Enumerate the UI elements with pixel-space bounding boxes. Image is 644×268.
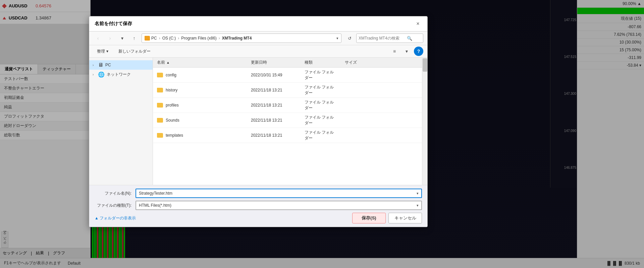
file-name-history: history	[153, 88, 247, 92]
hide-folders-button[interactable]: ▲ フォルダーの非表示	[95, 215, 136, 221]
folder-icon-sounds	[157, 118, 163, 123]
help-button[interactable]: ?	[414, 47, 423, 56]
nav-down-button[interactable]: ▾	[117, 34, 127, 42]
path-bar: PC › OS (C:) › Program Files (x86) › XMT…	[142, 34, 341, 43]
col-size-label: サイズ	[345, 60, 357, 65]
file-name-config: config	[153, 73, 247, 77]
manage-button[interactable]: 整理 ▾	[93, 47, 112, 56]
dialog-sidebar: › 🖥 PC › 🌐 ネットワーク	[89, 58, 153, 185]
dialog-overlay: 名前を付けて保存 × ‹ › ▾ ↑ PC › OS (C:) › Progra…	[0, 0, 644, 268]
col-header-name[interactable]: 名前 ▲	[153, 59, 247, 66]
search-button[interactable]: 🔍	[407, 36, 412, 41]
path-segment-pf: Program Files (x86)	[181, 36, 216, 41]
file-type-sounds: ファイル フォルダー	[301, 115, 341, 126]
path-sep-2: ›	[178, 36, 179, 41]
filetype-dropdown-icon: ▾	[417, 203, 419, 208]
filename-input[interactable]: StrategyTester.htm ▾	[136, 189, 422, 198]
scrollbar[interactable]	[422, 58, 427, 185]
sidebar-item-network[interactable]: › 🌐 ネットワーク	[89, 70, 153, 79]
filetype-value: HTML Files(*.htm)	[139, 203, 171, 208]
path-segment-c: OS (C:)	[162, 36, 176, 41]
dialog-body: › 🖥 PC › 🌐 ネットワーク 名前 ▲	[89, 58, 427, 185]
dialog-close-button[interactable]: ×	[414, 20, 422, 28]
filename-value: StrategyTester.htm	[139, 191, 172, 196]
filename-label: ファイル名(N):	[95, 191, 131, 196]
nav-up-button[interactable]: ↑	[129, 34, 139, 42]
sidebar-pc-label: PC	[105, 63, 111, 67]
table-row[interactable]: profiles 2022/11/18 13:21 ファイル フォルダー	[153, 98, 422, 113]
dialog-titlebar: 名前を付けて保存 ×	[89, 16, 427, 31]
save-dialog: 名前を付けて保存 × ‹ › ▾ ↑ PC › OS (C:) › Progra…	[89, 16, 428, 227]
file-type-templates: ファイル フォルダー	[301, 130, 341, 141]
file-date-config: 2022/10/31 15:49	[247, 73, 301, 77]
filetype-row: ファイルの種類(T): HTML Files(*.htm) ▾	[95, 201, 422, 210]
file-type-history: ファイル フォルダー	[301, 84, 341, 96]
col-name-label: 名前	[157, 60, 165, 65]
tree-expand-network: ›	[93, 73, 96, 76]
network-icon: 🌐	[98, 71, 105, 78]
nav-back-button[interactable]: ‹	[93, 34, 103, 42]
filetype-label: ファイルの種類(T):	[95, 203, 131, 208]
cancel-button[interactable]: キャンセル	[388, 213, 422, 223]
folder-icon-config	[157, 73, 163, 77]
col-date-label: 更新日時	[251, 60, 267, 65]
dialog-toolbar: ‹ › ▾ ↑ PC › OS (C:) › Program Files (x8…	[89, 31, 427, 45]
table-row[interactable]: templates 2022/11/18 13:21 ファイル フォルダー	[153, 128, 422, 143]
col-type-label: 種類	[305, 60, 313, 65]
file-type-config: ファイル フォルダー	[301, 69, 341, 81]
table-row[interactable]: Sounds 2022/11/18 13:21 ファイル フォルダー	[153, 113, 422, 128]
folder-icon-profiles	[157, 103, 163, 108]
view-button[interactable]: ≡	[390, 47, 399, 55]
nav-forward-button[interactable]: ›	[105, 34, 115, 42]
table-row[interactable]: history 2022/11/18 13:21 ファイル フォルダー	[153, 83, 422, 98]
new-folder-button[interactable]: 新しいフォルダー	[115, 47, 154, 56]
file-type-profiles: ファイル フォルダー	[301, 99, 341, 111]
file-name-templates: templates	[153, 133, 247, 138]
col-header-size[interactable]: サイズ	[341, 59, 374, 66]
col-header-type[interactable]: 種類	[301, 59, 341, 66]
file-list: config 2022/10/31 15:49 ファイル フォルダー histo…	[153, 68, 422, 185]
file-date-history: 2022/11/18 13:21	[247, 88, 301, 92]
sidebar-network-label: ネットワーク	[107, 72, 131, 77]
footer-bottom: ▲ フォルダーの非表示 保存(S) キャンセル	[95, 213, 422, 223]
path-segment-pc: PC	[151, 36, 157, 41]
manage-arrow: ▾	[106, 49, 108, 54]
manage-label: 整理	[97, 49, 105, 54]
table-row[interactable]: config 2022/10/31 15:49 ファイル フォルダー	[153, 68, 422, 83]
folder-icon-history	[157, 88, 163, 92]
file-list-header: 名前 ▲ 更新日時 種類 サイズ	[153, 58, 422, 68]
search-bar: 🔍	[356, 34, 423, 43]
path-sep-1: ›	[159, 36, 160, 41]
col-header-date[interactable]: 更新日時	[247, 59, 301, 66]
dialog-title: 名前を付けて保存	[95, 21, 132, 27]
file-date-sounds: 2022/11/18 13:21	[247, 118, 301, 123]
dialog-content: 名前 ▲ 更新日時 種類 サイズ	[153, 58, 422, 185]
path-segment-xm: XMTrading MT4	[222, 36, 252, 41]
tree-expand-pc: ›	[93, 63, 96, 67]
path-folder-icon	[145, 36, 150, 41]
pc-icon: 🖥	[98, 62, 103, 68]
filetype-input[interactable]: HTML Files(*.htm) ▾	[136, 201, 422, 210]
view-icon: ≡	[393, 49, 396, 54]
dialog-footer: ファイル名(N): StrategyTester.htm ▾ ファイルの種類(T…	[89, 185, 427, 227]
view-arrow-button[interactable]: ▾	[402, 47, 411, 55]
file-date-templates: 2022/11/18 13:21	[247, 133, 301, 138]
search-input[interactable]	[359, 36, 406, 41]
save-button[interactable]: 保存(S)	[352, 213, 386, 223]
filename-dropdown-icon: ▾	[417, 191, 419, 196]
path-refresh-button[interactable]: ↺	[345, 34, 354, 42]
folder-icon-templates	[157, 133, 163, 138]
file-date-profiles: 2022/11/18 13:21	[247, 103, 301, 108]
second-toolbar: 整理 ▾ 新しいフォルダー ≡ ▾ ?	[89, 45, 427, 58]
file-name-profiles: profiles	[153, 103, 247, 108]
filename-row: ファイル名(N): StrategyTester.htm ▾	[95, 189, 422, 198]
path-sep-3: ›	[219, 36, 220, 41]
action-buttons: 保存(S) キャンセル	[352, 213, 422, 223]
file-name-sounds: Sounds	[153, 118, 247, 123]
col-sort-arrow: ▲	[166, 61, 170, 64]
sidebar-item-pc[interactable]: › 🖥 PC	[89, 60, 153, 70]
path-dropdown-button[interactable]: ▾	[336, 36, 338, 41]
